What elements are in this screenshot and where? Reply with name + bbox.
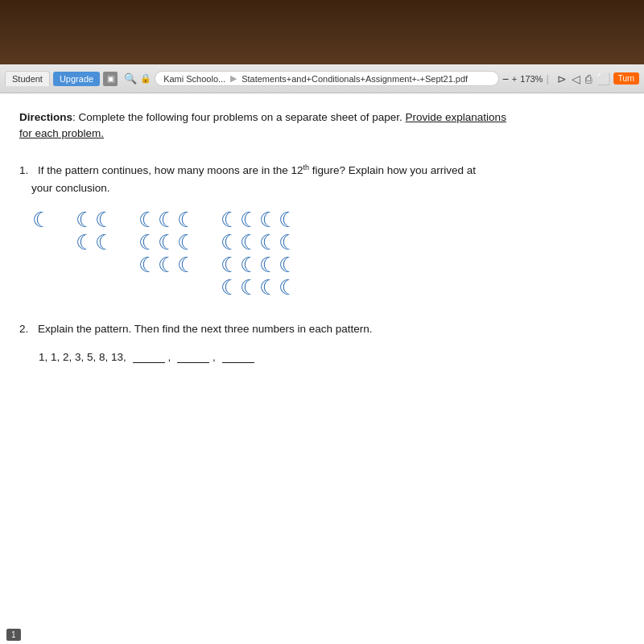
moon-icon: ☾	[221, 277, 238, 298]
blank-1	[133, 362, 165, 363]
problem-2-number: 2.	[19, 320, 28, 338]
browser-actions: ⊳ ◁ ⎙ ⬜	[557, 72, 610, 85]
sequence-line: 1, 1, 2, 3, 5, 8, 13, , ,	[19, 351, 625, 363]
moon-icon: ☾	[279, 232, 296, 253]
moon-row-4-1: ☾ ☾ ☾ ☾	[221, 209, 296, 230]
moon-row-2-1: ☾ ☾	[76, 209, 113, 230]
page-number: 1	[6, 629, 21, 641]
blank-2	[177, 362, 209, 363]
directions-colon: : Complete the following four problems o…	[72, 111, 402, 123]
moon-row-3-3: ☾ ☾ ☾	[138, 254, 195, 275]
moon-icon: ☾	[138, 232, 156, 253]
comma-2: ,	[213, 351, 219, 363]
moon-icon: ☾	[158, 254, 175, 275]
divider: |	[546, 72, 548, 85]
figure-1: ☾	[32, 209, 50, 230]
moon-icon: ☾	[138, 254, 156, 275]
moon-icon: ☾	[221, 254, 238, 275]
url-arrow: ▶	[230, 73, 237, 84]
moon-row-2-2: ☾ ☾	[76, 232, 113, 253]
zoom-separator: +	[512, 74, 517, 84]
moon-row-1-1: ☾	[32, 209, 50, 230]
moon-icon: ☾	[76, 209, 93, 230]
document-area: Directions: Complete the following four …	[0, 93, 644, 644]
problem-2: 2. Explain the pattern. Then find the ne…	[19, 320, 625, 363]
browser-toolbar: Student Upgrade ▣ 🔍 🔒 Kami Schoolo... ▶ …	[0, 64, 644, 93]
moon-icon: ☾	[158, 209, 175, 230]
print-icon[interactable]: ⎙	[585, 72, 592, 85]
moon-row-4-2: ☾ ☾ ☾ ☾	[221, 232, 296, 253]
share-icon[interactable]: ⊳	[557, 72, 567, 85]
moon-icon: ☾	[95, 209, 113, 230]
tab-student[interactable]: Student	[5, 71, 50, 86]
moon-icon: ☾	[177, 209, 195, 230]
turn-badge[interactable]: Turn	[613, 72, 639, 85]
zoom-control: − + 173%	[502, 72, 543, 85]
directions-bold: Directions	[19, 111, 72, 123]
directions: Directions: Complete the following four …	[19, 109, 625, 142]
moon-icon: ☾	[279, 254, 296, 275]
moon-icon: ☾	[177, 254, 195, 275]
problem-2-header: 2. Explain the pattern. Then find the ne…	[19, 320, 625, 338]
lock-icon: 🔒	[140, 73, 151, 84]
bookmark-icon[interactable]: ◁	[572, 72, 580, 85]
moon-icon: ☾	[240, 254, 258, 275]
url-site: Kami Schoolo...	[163, 74, 225, 84]
figure-4: ☾ ☾ ☾ ☾ ☾ ☾ ☾ ☾ ☾ ☾ ☾ ☾ ☾	[221, 209, 296, 298]
moon-icon: ☾	[259, 209, 277, 230]
zoom-level: 173%	[520, 74, 543, 84]
moon-row-3-2: ☾ ☾ ☾	[138, 232, 195, 253]
moon-row-3-1: ☾ ☾ ☾	[138, 209, 195, 230]
moon-pattern-grid: ☾ ☾ ☾ ☾ ☾ ☾ ☾ ☾	[19, 209, 625, 298]
figure-2: ☾ ☾ ☾ ☾	[76, 209, 113, 253]
figure-3: ☾ ☾ ☾ ☾ ☾ ☾ ☾ ☾ ☾	[138, 209, 195, 275]
sequence-numbers: 1, 1, 2, 3, 5, 8, 13,	[39, 351, 130, 363]
problem-1-header: 1. If the pattern continues, how many mo…	[19, 162, 625, 197]
moon-icon: ☾	[76, 232, 93, 253]
search-icon[interactable]: 🔍	[124, 72, 137, 85]
moon-icon: ☾	[259, 254, 277, 275]
comma-1: ,	[168, 351, 175, 363]
moon-icon: ☾	[240, 209, 258, 230]
blank-3	[222, 362, 254, 363]
moon-icon: ☾	[221, 209, 238, 230]
moon-icon: ☾	[221, 232, 238, 253]
moon-icon: ☾	[279, 277, 296, 298]
problem-1: 1. If the pattern continues, how many mo…	[19, 162, 625, 299]
moon-icon: ☾	[259, 232, 277, 253]
problem-1-number: 1.	[19, 162, 28, 180]
moon-icon: ☾	[279, 209, 296, 230]
moon-icon: ☾	[32, 209, 50, 230]
window-icon[interactable]: ⬜	[597, 72, 610, 85]
desk-background	[0, 0, 644, 64]
problem-1-text: If the pattern continues, how many moons…	[19, 164, 476, 194]
tab-upgrade[interactable]: Upgrade	[53, 72, 100, 86]
moon-icon: ☾	[158, 232, 175, 253]
moon-icon: ☾	[138, 209, 156, 230]
url-file: Statements+and+Conditionals+Assignment+-…	[242, 74, 468, 84]
moon-row-4-3: ☾ ☾ ☾ ☾	[221, 254, 296, 275]
moon-icon: ☾	[95, 232, 113, 253]
moon-icon: ☾	[259, 277, 277, 298]
moon-icon: ☾	[240, 232, 258, 253]
zoom-minus[interactable]: −	[502, 72, 509, 85]
moon-row-4-4: ☾ ☾ ☾ ☾	[221, 277, 296, 298]
problem-2-text: Explain the pattern. Then find the next …	[38, 323, 373, 335]
url-bar[interactable]: Kami Schoolo... ▶ Statements+and+Conditi…	[155, 71, 499, 86]
moon-icon: ☾	[177, 232, 195, 253]
moon-icon: ☾	[240, 277, 258, 298]
tab-icon-box: ▣	[103, 72, 118, 86]
